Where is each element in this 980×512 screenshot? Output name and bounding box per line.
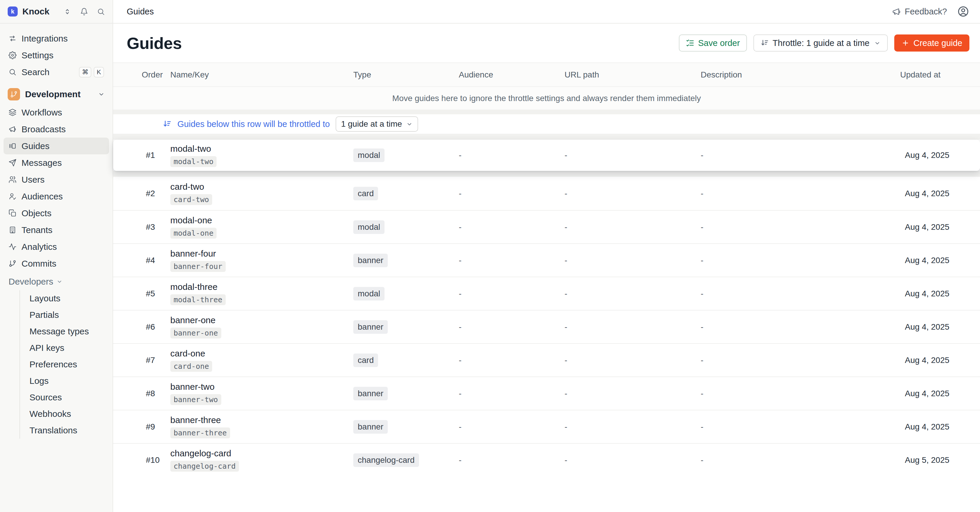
sidebar-subitem-translations[interactable]: Translations [20, 422, 109, 439]
chevron-down-icon [56, 278, 63, 285]
sidebar-item-integrations[interactable]: Integrations [3, 30, 109, 47]
workspace-switcher[interactable]: k Knock [0, 0, 113, 24]
description-cell: - [701, 189, 900, 198]
url-path-cell: - [565, 151, 701, 160]
drag-handle[interactable] [129, 223, 137, 232]
table-row[interactable]: #6 banner-one banner-one banner - - - Au… [113, 310, 980, 343]
sidebar-item-messages[interactable]: Messages [3, 154, 109, 171]
activity-icon [8, 243, 16, 251]
sidebar-subitem-sources[interactable]: Sources [20, 389, 109, 405]
workspace-selector-icon[interactable] [64, 8, 71, 16]
table-row[interactable]: #7 card-one card-one card - - - Aug 4, 2… [113, 343, 980, 377]
drag-handle[interactable] [129, 323, 137, 331]
page-header: Guides Save order Throttle: 1 guide at a… [113, 24, 980, 62]
environment-switcher[interactable]: Development [3, 84, 109, 104]
table-row[interactable]: #9 banner-three banner-three banner - - … [113, 410, 980, 443]
sidebar-item-label: Settings [22, 50, 53, 60]
search-icon[interactable] [97, 8, 105, 16]
sidebar-subitem-logs[interactable]: Logs [20, 373, 109, 389]
chevron-down-icon [406, 121, 413, 127]
name-key-cell: card-one card-one [170, 348, 331, 372]
table-row[interactable]: #5 modal-three modal-three modal - - - A… [113, 277, 980, 310]
main-content: Guides Feedback? Guides Save order Throt… [113, 0, 980, 512]
throttle-count-dropdown[interactable]: 1 guide at a time [336, 116, 418, 132]
developers-section-toggle[interactable]: Developers [3, 273, 109, 290]
table-row[interactable]: #10 changelog-card changelog-card change… [113, 443, 980, 476]
users-icon [8, 176, 16, 183]
drag-handle[interactable] [129, 423, 137, 431]
updated-at-cell: Aug 4, 2025 [900, 389, 969, 398]
drag-handle[interactable] [129, 189, 137, 198]
save-order-button[interactable]: Save order [679, 35, 747, 52]
order-cell: #6 [142, 322, 170, 332]
order-cell: #7 [142, 356, 170, 365]
workspace-logo: k [8, 6, 18, 16]
description-cell: - [701, 289, 900, 299]
sidebar-subitem-message-types[interactable]: Message types [20, 323, 109, 340]
divider [113, 171, 980, 177]
active-check-icon [331, 454, 343, 466]
keyboard-shortcut: ⌘K [79, 67, 104, 78]
throttle-divider-link[interactable]: Guides below this row will be throttled … [177, 119, 330, 129]
active-check-icon [331, 221, 343, 233]
sort-descending-icon [760, 39, 769, 47]
breadcrumb[interactable]: Guides [127, 7, 154, 16]
plus-icon [901, 39, 910, 47]
audience-cell: - [459, 389, 565, 398]
table-row[interactable]: #4 banner-four banner-four banner - - - … [113, 243, 980, 277]
sidebar-item-guides[interactable]: Guides [3, 138, 109, 154]
drag-handle[interactable] [129, 256, 137, 265]
sidebar-item-search[interactable]: Search ⌘K [3, 64, 109, 80]
gear-icon [8, 51, 16, 59]
sidebar-item-users[interactable]: Users [3, 171, 109, 188]
sidebar-item-workflows[interactable]: Workflows [3, 104, 109, 121]
sidebar-item-analytics[interactable]: Analytics [3, 239, 109, 255]
column-header-order: Order [142, 70, 170, 80]
ignore-throttle-dropzone[interactable]: Move guides here to ignore the throttle … [113, 87, 980, 110]
sidebar-nav: Integrations Settings Search ⌘K Developm… [0, 24, 113, 512]
create-guide-button[interactable]: Create guide [894, 35, 969, 52]
active-check-icon [331, 149, 343, 161]
sidebar-item-objects[interactable]: Objects [3, 205, 109, 221]
sidebar-subitem-api-keys[interactable]: API keys [20, 340, 109, 356]
guide-key: banner-three [170, 428, 230, 438]
audience-cell: - [459, 223, 565, 232]
table-row[interactable]: #1 modal-two modal-two modal - - - Aug 4… [113, 140, 980, 171]
sidebar-item-label: Search [22, 67, 49, 77]
chevron-down-icon [98, 91, 105, 98]
url-path-cell: - [565, 422, 701, 432]
drag-handle[interactable] [129, 389, 137, 398]
notifications-bell-icon[interactable] [80, 8, 88, 16]
drag-handle[interactable] [129, 289, 137, 298]
sidebar-subitem-webhooks[interactable]: Webhooks [20, 405, 109, 422]
name-key-cell: modal-one modal-one [170, 215, 331, 239]
sidebar-item-audiences[interactable]: Audiences [3, 188, 109, 205]
order-cell: #1 [142, 151, 170, 160]
drag-handle[interactable] [129, 356, 137, 365]
sidebar-item-tenants[interactable]: Tenants [3, 221, 109, 239]
throttle-setting-button[interactable]: Throttle: 1 guide at a time [753, 35, 888, 52]
sidebar-item-settings[interactable]: Settings [3, 47, 109, 64]
table-row[interactable]: #3 modal-one modal-one modal - - - Aug 4… [113, 210, 980, 243]
sidebar-subitem-preferences[interactable]: Preferences [20, 356, 109, 373]
user-avatar[interactable] [957, 5, 969, 17]
guide-key: card-one [170, 361, 212, 372]
swap-arrows-icon [8, 35, 16, 43]
sidebar-item-broadcasts[interactable]: Broadcasts [3, 121, 109, 138]
keycap: ⌘ [79, 67, 91, 78]
sidebar-subitem-partials[interactable]: Partials [20, 307, 109, 323]
sidebar-item-commits[interactable]: Commits [3, 255, 109, 272]
type-chip: card [353, 353, 378, 367]
drag-handle[interactable] [129, 151, 137, 160]
name-key-cell: banner-four banner-four [170, 249, 331, 272]
table-row[interactable]: #8 banner-two banner-two banner - - - Au… [113, 377, 980, 410]
sidebar-subitem-layouts[interactable]: Layouts [20, 290, 109, 307]
feedback-button[interactable]: Feedback? [892, 7, 947, 16]
description-cell: - [701, 389, 900, 398]
table-row[interactable]: #2 card-two card-two card - - - Aug 4, 2… [113, 177, 980, 210]
active-check-icon [331, 321, 343, 332]
sidebar-item-label: Workflows [22, 108, 62, 118]
drag-handle[interactable] [129, 456, 137, 464]
description-cell: - [701, 422, 900, 432]
column-header-url-path: URL path [565, 70, 701, 80]
